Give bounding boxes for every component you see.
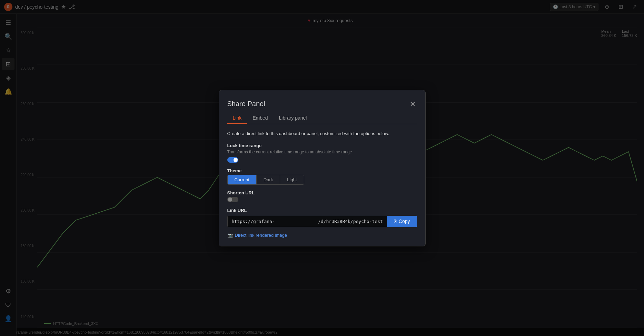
theme-dark-button[interactable]: Dark [257, 175, 280, 184]
direct-link-button[interactable]: 📷 Direct link rendered image [227, 233, 417, 238]
modal-close-button[interactable]: ✕ [408, 99, 417, 110]
modal-header: Share Panel ✕ [227, 99, 417, 110]
lock-time-label: Lock time range [227, 143, 417, 148]
theme-light-button[interactable]: Light [280, 175, 304, 184]
copy-label: Copy [399, 218, 410, 224]
theme-current-button[interactable]: Current [228, 175, 257, 184]
modal-tabs: Link Embed Library panel [227, 112, 417, 124]
shorten-url-label: Shorten URL [227, 190, 417, 195]
tab-embed[interactable]: Embed [247, 112, 273, 124]
modal-description: Create a direct link to this dashboard o… [227, 131, 417, 136]
theme-section: Theme Current Dark Light [227, 168, 417, 185]
tab-link[interactable]: Link [227, 112, 247, 124]
tab-library-panel[interactable]: Library panel [274, 112, 313, 124]
lock-time-toggle[interactable] [227, 157, 238, 163]
modal-overlay: Share Panel ✕ Link Embed Library panel C… [0, 0, 644, 336]
lock-time-range-section: Lock time range Transforms the current r… [227, 143, 417, 163]
link-url-section: Link URL ⎘ Copy [227, 208, 417, 227]
lock-time-toggle-wrap [227, 157, 417, 163]
copy-icon: ⎘ [394, 218, 397, 224]
theme-buttons: Current Dark Light [227, 175, 304, 185]
shorten-url-toggle[interactable] [227, 197, 238, 202]
lock-time-sublabel: Transforms the current relative time ran… [227, 150, 417, 154]
shorten-url-section: Shorten URL [227, 190, 417, 202]
theme-label: Theme [227, 168, 417, 173]
modal-title: Share Panel [227, 100, 265, 108]
link-url-label: Link URL [227, 208, 417, 213]
share-panel-modal: Share Panel ✕ Link Embed Library panel C… [219, 90, 426, 246]
link-url-input[interactable] [227, 216, 387, 227]
camera-icon: 📷 [227, 233, 233, 238]
shorten-url-toggle-wrap [227, 197, 417, 202]
direct-link-label: Direct link rendered image [235, 233, 287, 238]
url-input-wrap: ⎘ Copy [227, 216, 417, 227]
copy-button[interactable]: ⎘ Copy [387, 216, 417, 227]
